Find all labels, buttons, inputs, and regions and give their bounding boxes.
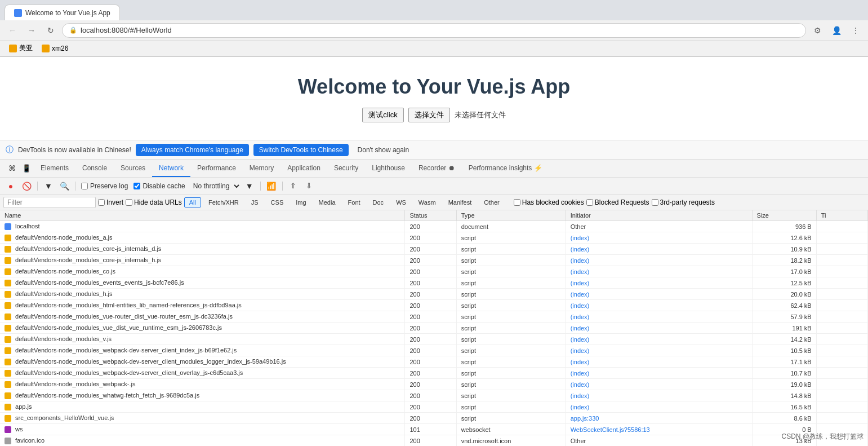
col-header-name[interactable]: Name	[0, 210, 405, 221]
table-row[interactable]: defaultVendors-node_modules_vue_dist_vue…	[0, 323, 868, 334]
initiator-link[interactable]: (index)	[571, 347, 590, 354]
row-name[interactable]: app.js	[0, 401, 405, 413]
initiator-link[interactable]: (index)	[571, 246, 590, 253]
initiator-link[interactable]: (index)	[571, 392, 590, 399]
filter-type-js[interactable]: JS	[246, 197, 264, 207]
table-row[interactable]: favicon.ico 200 vnd.microsoft.icon Other…	[0, 435, 868, 447]
record-button[interactable]: ●	[3, 179, 18, 193]
filter-type-css[interactable]: CSS	[266, 197, 289, 207]
table-row[interactable]: defaultVendors-node_modules_v.js 200 scr…	[0, 334, 868, 345]
row-initiator[interactable]: Other	[566, 435, 752, 447]
row-name[interactable]: defaultVendors-node_modules_webpack-.js	[0, 379, 405, 390]
filter-type-font[interactable]: Font	[343, 197, 366, 207]
initiator-link[interactable]: (index)	[571, 280, 590, 286]
search-button[interactable]: 🔍	[57, 179, 72, 193]
tab-performance[interactable]: Performance	[190, 160, 243, 177]
table-row[interactable]: app.js 200 script (index) 16.5 kB	[0, 401, 868, 413]
row-name[interactable]: defaultVendors-node_modules_vue-router_d…	[0, 311, 405, 323]
table-row[interactable]: defaultVendors-node_modules_events_event…	[0, 277, 868, 289]
table-row[interactable]: defaultVendors-node_modules_webpack-dev-…	[0, 368, 868, 379]
table-row[interactable]: defaultVendors-node_modules_whatwg-fetch…	[0, 390, 868, 401]
tab-sources[interactable]: Sources	[114, 160, 152, 177]
tab-application[interactable]: Application	[281, 160, 327, 177]
tab-perf-insights[interactable]: Performance insights ⚡	[462, 160, 549, 177]
row-name[interactable]: defaultVendors-node_modules_core-js_inte…	[0, 244, 405, 255]
row-name[interactable]: favicon.ico	[0, 435, 405, 447]
tab-lighthouse[interactable]: Lighthouse	[365, 160, 412, 177]
preserve-log-check[interactable]: Preserve log	[81, 182, 128, 190]
row-initiator[interactable]: (index)	[566, 266, 752, 277]
initiator-link[interactable]: (index)	[571, 325, 590, 332]
table-row[interactable]: ws 101 websocket WebSocketClient.js?5586…	[0, 424, 868, 435]
row-initiator[interactable]: (index)	[566, 401, 752, 413]
forward-button[interactable]: →	[24, 23, 39, 38]
initiator-link[interactable]: (index)	[571, 336, 590, 343]
disable-cache-check[interactable]: Disable cache	[133, 182, 185, 190]
tab-security[interactable]: Security	[327, 160, 365, 177]
row-initiator[interactable]: WebSocketClient.js?5586:13	[566, 424, 752, 435]
table-row[interactable]: defaultVendors-node_modules_vue-router_d…	[0, 311, 868, 323]
col-header-size[interactable]: Size	[752, 210, 816, 221]
row-name[interactable]: ws	[0, 424, 405, 435]
row-initiator[interactable]: (index)	[566, 277, 752, 289]
row-name[interactable]: defaultVendors-node_modules_core-js_inte…	[0, 255, 405, 266]
back-button[interactable]: ←	[5, 23, 20, 38]
row-name[interactable]: defaultVendors-node_modules_html-entitie…	[0, 300, 405, 311]
row-name[interactable]: defaultVendors-node_modules_webpack-dev-…	[0, 356, 405, 368]
devtools-inspect-button[interactable]: ⌘	[5, 161, 19, 176]
filter-type-other[interactable]: Other	[479, 197, 505, 207]
clear-button[interactable]: 🚫	[19, 179, 34, 193]
filter-type-doc[interactable]: Doc	[368, 197, 389, 207]
row-name[interactable]: defaultVendors-node_modules_v.js	[0, 334, 405, 345]
row-name[interactable]: src_components_HelloWorld_vue.js	[0, 413, 405, 424]
choose-file-button[interactable]: 选择文件	[408, 108, 450, 122]
initiator-link[interactable]: (index)	[571, 404, 590, 410]
row-initiator[interactable]: (index)	[566, 289, 752, 300]
row-initiator[interactable]: (index)	[566, 379, 752, 390]
row-initiator[interactable]: Other	[566, 221, 752, 232]
invert-check[interactable]: Invert	[98, 198, 123, 206]
row-name[interactable]: defaultVendors-node_modules_a.js	[0, 232, 405, 244]
test-click-button[interactable]: 测试click	[362, 108, 403, 122]
dont-show-button[interactable]: Don't show again	[353, 144, 414, 156]
menu-button[interactable]: ⋮	[848, 23, 863, 38]
table-row[interactable]: defaultVendors-node_modules_html-entitie…	[0, 300, 868, 311]
export-button[interactable]: ⇩	[302, 179, 317, 193]
row-name[interactable]: defaultVendors-node_modules_h.js	[0, 289, 405, 300]
table-row[interactable]: defaultVendors-node_modules_core-js_inte…	[0, 244, 868, 255]
row-initiator[interactable]: (index)	[566, 232, 752, 244]
filter-type-all[interactable]: All	[184, 197, 201, 207]
table-row[interactable]: defaultVendors-node_modules_webpack-dev-…	[0, 356, 868, 368]
table-row[interactable]: defaultVendors-node_modules_h.js 200 scr…	[0, 289, 868, 300]
col-header-time[interactable]: Ti	[816, 210, 867, 221]
initiator-link[interactable]: (index)	[571, 268, 590, 275]
table-row[interactable]: defaultVendors-node_modules_webpack-dev-…	[0, 345, 868, 356]
row-initiator[interactable]: (index)	[566, 300, 752, 311]
devtools-device-button[interactable]: 📱	[19, 161, 34, 176]
filter-type-ws[interactable]: WS	[391, 197, 411, 207]
tab-network[interactable]: Network	[152, 160, 190, 177]
match-language-button[interactable]: Always match Chrome's language	[136, 144, 249, 156]
col-header-initiator[interactable]: Initiator	[566, 210, 752, 221]
filter-type-wasm[interactable]: Wasm	[413, 197, 441, 207]
row-name[interactable]: defaultVendors-node_modules_co.js	[0, 266, 405, 277]
row-initiator[interactable]: (index)	[566, 368, 752, 379]
row-name[interactable]: defaultVendors-node_modules_webpack-dev-…	[0, 368, 405, 379]
filter-input[interactable]	[3, 197, 96, 208]
initiator-link[interactable]: (index)	[571, 313, 590, 320]
switch-chinese-button[interactable]: Switch DevTools to Chinese	[253, 144, 349, 156]
tab-elements[interactable]: Elements	[34, 160, 75, 177]
initiator-link[interactable]: WebSocketClient.js?5586:13	[571, 426, 650, 433]
initiator-link[interactable]: (index)	[571, 359, 590, 365]
row-initiator[interactable]: (index)	[566, 356, 752, 368]
filter-icon-button[interactable]: ▼	[41, 179, 56, 193]
address-bar[interactable]: 🔒 localhost:8080/#/HelloWorld	[62, 23, 806, 38]
row-initiator[interactable]: (index)	[566, 345, 752, 356]
initiator-link[interactable]: app.js:330	[571, 415, 599, 422]
row-name[interactable]: defaultVendors-node_modules_whatwg-fetch…	[0, 390, 405, 401]
table-row[interactable]: localhost 200 document Other 936 B	[0, 221, 868, 232]
filter-type-img[interactable]: Img	[291, 197, 311, 207]
bookmark-meiya[interactable]: 美亚	[7, 42, 35, 54]
initiator-link[interactable]: (index)	[571, 370, 590, 377]
reload-button[interactable]: ↻	[43, 23, 59, 38]
